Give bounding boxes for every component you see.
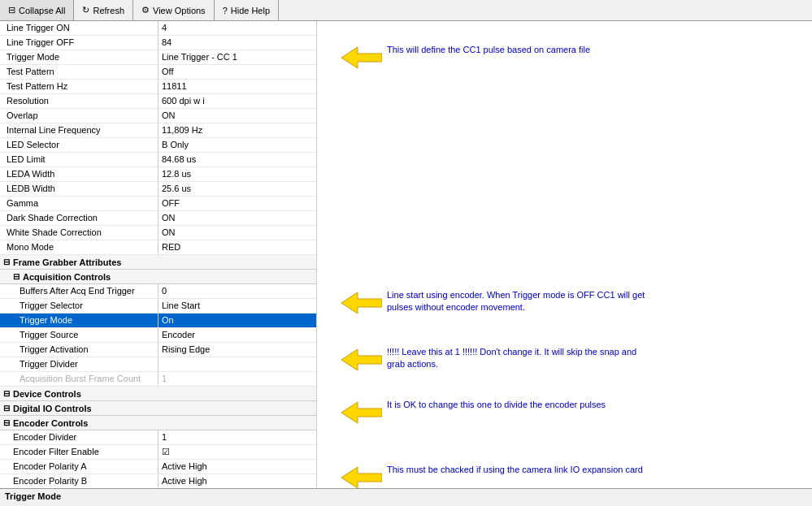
section-header[interactable]: ⊟Acquisition Controls	[0, 270, 316, 284]
table-row[interactable]: Trigger SelectorLine Start	[0, 299, 316, 314]
property-value: ☑	[158, 445, 316, 459]
table-row[interactable]: Test PatternOff	[0, 65, 316, 80]
property-name: LEDA Width	[0, 167, 158, 181]
section-header[interactable]: ⊟Encoder Controls	[0, 416, 316, 430]
section-label: Acquisition Controls	[23, 272, 111, 282]
status-bar: Trigger Mode	[0, 488, 812, 506]
table-row[interactable]: White Shade CorrectionON	[0, 226, 316, 240]
hide-help-icon: ?	[223, 6, 228, 15]
view-options-label: View Options	[153, 6, 206, 15]
property-value: ON	[158, 109, 316, 123]
property-name: Overlap	[0, 109, 158, 123]
table-row[interactable]: Encoder Polarity AActive High	[0, 460, 316, 474]
annotation-area: This will define the CC1 pulse based on …	[317, 21, 812, 488]
section-label: Device Controls	[13, 389, 81, 399]
property-name: LEDB Width	[0, 182, 158, 196]
property-name: Encoder Filter Enable	[0, 445, 158, 459]
section-header[interactable]: ⊟Frame Grabber Attributes	[0, 255, 316, 270]
toolbar: ⊟ Collapse All ↻ Refresh ⚙ View Options …	[0, 0, 812, 21]
property-value: Line Trigger - CC 1	[158, 50, 316, 64]
table-row[interactable]: Resolution600 dpi w i	[0, 94, 316, 109]
table-row[interactable]: LEDA Width12.8 us	[0, 167, 316, 182]
table-row[interactable]: Mono ModeRED	[0, 240, 316, 255]
property-value: 12.8 us	[158, 167, 316, 181]
table-row[interactable]: Acquisition Burst Frame Count1	[0, 372, 316, 387]
annotation-text: Line start using encoder. When Trigger m…	[387, 289, 647, 314]
property-value: 11811	[158, 80, 316, 93]
property-name: Line Trigger ON	[0, 21, 158, 35]
property-name: Trigger Source	[0, 328, 158, 342]
arrow-icon	[341, 399, 382, 426]
section-label: Digital IO Controls	[13, 404, 92, 413]
toggle-icon: ⊟	[13, 272, 20, 281]
table-row[interactable]: Trigger SourceEncoder	[0, 328, 316, 343]
refresh-button[interactable]: ↻ Refresh	[74, 0, 133, 20]
property-name: Gamma	[0, 197, 158, 210]
table-row[interactable]: Line Trigger ON4	[0, 21, 316, 36]
table-row[interactable]: LED Limit84.68 us	[0, 153, 316, 167]
property-name: Encoder Divider	[0, 430, 158, 444]
properties-panel[interactable]: Line Trigger ON4Line Trigger OFF84Trigge…	[0, 21, 317, 488]
property-value: 11,809 Hz	[158, 123, 316, 137]
table-row[interactable]: LED SelectorB Only	[0, 138, 316, 153]
table-row[interactable]: Buffers After Acq End Trigger0	[0, 284, 316, 299]
toggle-icon: ⊟	[3, 404, 10, 413]
property-value: Active High	[158, 474, 316, 488]
property-value: ON	[158, 211, 316, 225]
property-name: Dark Shade Correction	[0, 211, 158, 225]
annotation: Line start using encoder. When Trigger m…	[341, 289, 647, 317]
property-value: B Only	[158, 138, 316, 152]
table-row[interactable]: Internal Line Frequency11,809 Hz	[0, 123, 316, 138]
table-row[interactable]: OverlapON	[0, 109, 316, 123]
collapse-all-button[interactable]: ⊟ Collapse All	[0, 0, 74, 20]
arrow-icon	[341, 464, 382, 488]
annotation: !!!!! Leave this at 1 !!!!!! Don't chang…	[341, 346, 647, 374]
property-value: 1	[158, 372, 316, 386]
svg-marker-3	[341, 402, 382, 423]
toggle-icon: ⊟	[3, 257, 10, 266]
property-value: Active High	[158, 460, 316, 474]
property-value: 600 dpi w i	[158, 94, 316, 108]
section-label: Encoder Controls	[13, 418, 88, 428]
property-name: Test Pattern	[0, 65, 158, 79]
table-row[interactable]: Line Trigger OFF84	[0, 36, 316, 50]
property-name: Encoder Polarity A	[0, 460, 158, 474]
table-row[interactable]: Trigger ModeLine Trigger - CC 1	[0, 50, 316, 65]
toggle-icon: ⊟	[3, 418, 10, 427]
view-options-icon: ⚙	[141, 5, 150, 15]
table-row[interactable]: Trigger ActivationRising Edge	[0, 343, 316, 357]
refresh-label: Refresh	[93, 6, 124, 15]
table-row[interactable]: Encoder Divider1	[0, 430, 316, 445]
svg-marker-0	[341, 47, 382, 68]
property-value: Rising Edge	[158, 343, 316, 357]
annotation-text: It is OK to change this one to divide th…	[387, 399, 606, 411]
property-value: 25.6 us	[158, 182, 316, 196]
table-row[interactable]: Trigger Divider	[0, 357, 316, 372]
table-row[interactable]: Dark Shade CorrectionON	[0, 211, 316, 226]
arrow-icon	[341, 44, 382, 71]
arrow-icon	[341, 346, 382, 374]
table-row[interactable]: GammaOFF	[0, 197, 316, 211]
section-header[interactable]: ⊟Device Controls	[0, 387, 316, 401]
property-name: Buffers After Acq End Trigger	[0, 284, 158, 298]
property-value: ON	[158, 226, 316, 240]
table-row[interactable]: Encoder Filter Enable☑	[0, 445, 316, 460]
property-name: Mono Mode	[0, 240, 158, 254]
annotation: This must be chacked if using the camera…	[341, 464, 643, 488]
table-row[interactable]: LEDB Width25.6 us	[0, 182, 316, 197]
property-value: Encoder	[158, 328, 316, 342]
annotation: This will define the CC1 pulse based on …	[341, 44, 590, 71]
arrow-icon	[341, 289, 382, 317]
property-value: Off	[158, 65, 316, 79]
svg-marker-4	[341, 467, 382, 488]
property-name: Line Trigger OFF	[0, 36, 158, 50]
property-value: RED	[158, 240, 316, 254]
view-options-button[interactable]: ⚙ View Options	[133, 0, 215, 20]
table-row[interactable]: Encoder Polarity BActive High	[0, 474, 316, 488]
hide-help-button[interactable]: ? Hide Help	[215, 0, 279, 20]
hide-help-label: Hide Help	[231, 6, 270, 15]
section-header[interactable]: ⊟Digital IO Controls	[0, 401, 316, 416]
table-row[interactable]: Test Pattern Hz11811	[0, 80, 316, 94]
table-row[interactable]: Trigger ModeOn	[0, 314, 316, 328]
property-value: On	[158, 314, 316, 327]
